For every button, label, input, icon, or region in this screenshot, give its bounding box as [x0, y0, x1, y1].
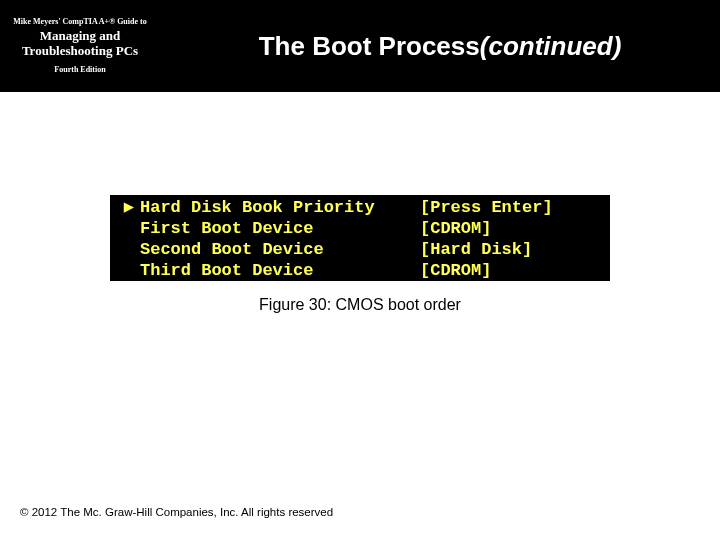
- selection-indicator-icon: [110, 218, 140, 239]
- cmos-item-label: First Boot Device: [140, 218, 420, 239]
- book-subtitle: Managing and Troubleshooting PCs: [6, 29, 154, 59]
- cmos-screenshot: ▶ Hard Disk Book Priority [Press Enter] …: [110, 195, 610, 281]
- cmos-item-value: [Press Enter]: [420, 197, 610, 218]
- cmos-row: First Boot Device [CDROM]: [110, 218, 610, 239]
- cmos-item-label: Hard Disk Book Priority: [140, 197, 420, 218]
- book-edition: Fourth Edition: [54, 65, 105, 74]
- title-main: The Boot Process: [259, 31, 480, 62]
- selection-indicator-icon: [110, 260, 140, 281]
- cmos-item-value: [Hard Disk]: [420, 239, 610, 260]
- book-series: Mike Meyers' CompTIA A+® Guide to: [13, 18, 146, 27]
- slide-header: Mike Meyers' CompTIA A+® Guide to Managi…: [0, 0, 720, 92]
- copyright-line: © 2012 The Mc. Graw-Hill Companies, Inc.…: [20, 506, 333, 518]
- cmos-item-value: [CDROM]: [420, 260, 610, 281]
- book-info-block: Mike Meyers' CompTIA A+® Guide to Managi…: [0, 0, 160, 92]
- cmos-item-label: Third Boot Device: [140, 260, 420, 281]
- slide-title: The Boot Process (continued): [160, 0, 720, 92]
- cmos-row: Third Boot Device [CDROM]: [110, 260, 610, 281]
- selection-indicator-icon: ▶: [110, 197, 140, 218]
- cmos-item-label: Second Boot Device: [140, 239, 420, 260]
- cmos-row: Second Boot Device [Hard Disk]: [110, 239, 610, 260]
- cmos-item-value: [CDROM]: [420, 218, 610, 239]
- cmos-row: ▶ Hard Disk Book Priority [Press Enter]: [110, 197, 610, 218]
- title-continued: (continued): [480, 31, 622, 62]
- figure-caption: Figure 30: CMOS boot order: [0, 296, 720, 314]
- selection-indicator-icon: [110, 239, 140, 260]
